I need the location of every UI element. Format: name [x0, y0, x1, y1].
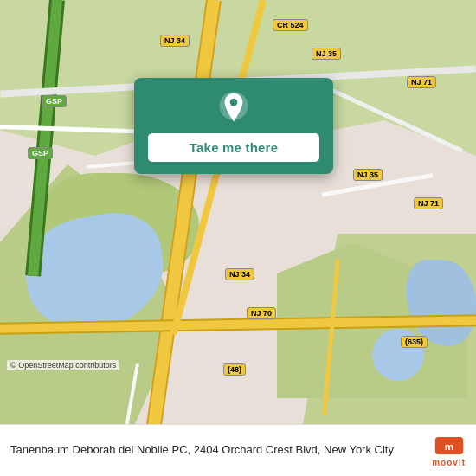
- moovit-icon: m: [434, 434, 465, 458]
- road-label-nj71-top: NJ 71: [407, 76, 436, 88]
- map-view[interactable]: GSP GSP NJ 34 NJ 34 NJ 35 NJ 35 NJ 71 NJ…: [0, 0, 476, 424]
- road-label-nj70: NJ 70: [247, 307, 276, 319]
- osm-attribution: © OpenStreetMap contributors: [7, 360, 119, 370]
- location-address: Tanenbaum Deborah del Nobile PC, 2404 Or…: [10, 442, 423, 458]
- svg-point-1: [230, 99, 238, 106]
- road-label-635: (635): [401, 336, 428, 348]
- road-label-cr524: CR 524: [273, 19, 308, 31]
- road-label-nj35-top: NJ 35: [312, 48, 341, 60]
- road-label-nj71-mid: NJ 71: [414, 197, 443, 209]
- road-label-gsp2: GSP: [28, 147, 53, 159]
- svg-text:m: m: [444, 441, 453, 452]
- info-bar: Tanenbaum Deborah del Nobile PC, 2404 Or…: [0, 424, 476, 476]
- road-label-nj35-mid: NJ 35: [353, 169, 383, 181]
- moovit-logo: m moovit: [432, 434, 466, 467]
- location-pin-icon: [217, 92, 250, 125]
- moovit-brand-text: moovit: [432, 458, 466, 467]
- road-label-48: (48): [223, 363, 246, 376]
- road-label-gsp: GSP: [42, 95, 67, 107]
- take-me-there-button[interactable]: Take me there: [148, 133, 319, 162]
- location-popup: Take me there: [134, 78, 333, 174]
- road-label-nj34-top: NJ 34: [160, 35, 190, 47]
- road-label-nj34-mid: NJ 34: [225, 268, 254, 280]
